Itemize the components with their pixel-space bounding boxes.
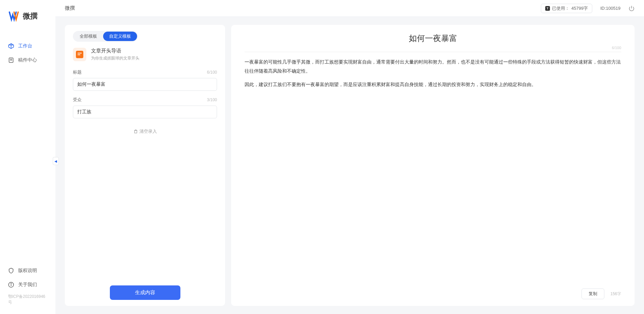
tab-all-templates[interactable]: 全部模板 <box>74 32 103 41</box>
copy-button[interactable]: 复制 <box>582 288 604 299</box>
document-icon <box>8 57 14 63</box>
sidebar-item-label: 版权说明 <box>18 268 37 274</box>
chevron-left-icon: ◀ <box>54 159 57 163</box>
sidebar: 微撰 工作台 稿件中心 版权说明 关于我们 鄂ICP备2022016946号 <box>0 0 55 314</box>
usage-value: 45799字 <box>571 5 588 11</box>
title-label: 标题 <box>73 69 82 75</box>
logo-icon <box>8 10 20 22</box>
sidebar-item-label: 工作台 <box>18 43 32 49</box>
tab-custom-templates[interactable]: 自定义模板 <box>103 32 137 41</box>
article-body: 一夜暴富的可能性几乎微乎其微，而打工族想要实现财富自由，通常需要付出大量的时间和… <box>245 57 621 94</box>
brand-logo: 微撰 <box>0 10 55 39</box>
input-panel: 全部模板 自定义模板 文章开头导语 为你生成抓眼球的文章开头 标题 6/100 <box>65 25 225 306</box>
icp-text: 鄂ICP备2022016946号 <box>0 292 55 307</box>
title-char-count: 6/100 <box>207 70 217 75</box>
sidebar-bottom: 版权说明 关于我们 鄂ICP备2022016946号 <box>0 264 55 314</box>
sidebar-item-workspace[interactable]: 工作台 <box>0 39 55 53</box>
sidebar-item-label: 稿件中心 <box>18 57 37 63</box>
text-icon: T <box>545 6 550 11</box>
template-title: 文章开头导语 <box>91 48 139 54</box>
audience-input[interactable] <box>73 106 217 118</box>
article-title-count: 6/100 <box>245 46 621 52</box>
main-nav: 工作台 稿件中心 <box>0 39 55 264</box>
template-desc: 为你生成抓眼球的文章开头 <box>91 55 139 61</box>
article-paragraph: 因此，建议打工族们不要抱有一夜暴富的期望，而是应该注重积累财富和提高自身技能，通… <box>245 80 621 89</box>
collapse-sidebar-button[interactable]: ◀ <box>53 157 59 165</box>
usage-badge[interactable]: T 已使用： 45799字 <box>541 4 592 13</box>
output-word-count: 156字 <box>610 291 621 297</box>
cube-icon <box>8 43 14 49</box>
usage-prefix: 已使用： <box>552 5 569 11</box>
svg-point-5 <box>11 283 11 284</box>
trash-icon <box>133 129 138 134</box>
page-title: 微撰 <box>65 5 75 11</box>
brand-name: 微撰 <box>23 11 38 21</box>
sidebar-item-drafts[interactable]: 稿件中心 <box>0 53 55 67</box>
sidebar-item-copyright[interactable]: 版权说明 <box>0 264 55 278</box>
sidebar-item-label: 关于我们 <box>18 282 37 288</box>
audience-label: 受众 <box>73 97 82 103</box>
generate-button[interactable]: 生成内容 <box>110 285 180 300</box>
info-icon <box>8 282 14 288</box>
sidebar-item-about[interactable]: 关于我们 <box>0 278 55 292</box>
audience-char-count: 3/100 <box>207 97 217 102</box>
template-icon <box>73 48 86 61</box>
article-title: 如何一夜暴富 <box>245 33 621 44</box>
template-header: 文章开头导语 为你生成抓眼球的文章开头 <box>73 48 217 61</box>
article-paragraph: 一夜暴富的可能性几乎微乎其微，而打工族想要实现财富自由，通常需要付出大量的时间和… <box>245 57 621 75</box>
shield-icon <box>8 268 14 274</box>
title-input[interactable] <box>73 78 217 91</box>
user-id-label: ID:100519 <box>600 6 620 11</box>
power-icon[interactable] <box>629 5 635 11</box>
clear-input-link[interactable]: 清空录入 <box>133 128 157 134</box>
template-tabs: 全部模板 自定义模板 <box>73 31 138 42</box>
topbar: 微撰 T 已使用： 45799字 ID:100519 <box>55 0 644 17</box>
clear-input-label: 清空录入 <box>139 128 157 134</box>
output-panel: 如何一夜暴富 6/100 一夜暴富的可能性几乎微乎其微，而打工族想要实现财富自由… <box>231 25 635 306</box>
